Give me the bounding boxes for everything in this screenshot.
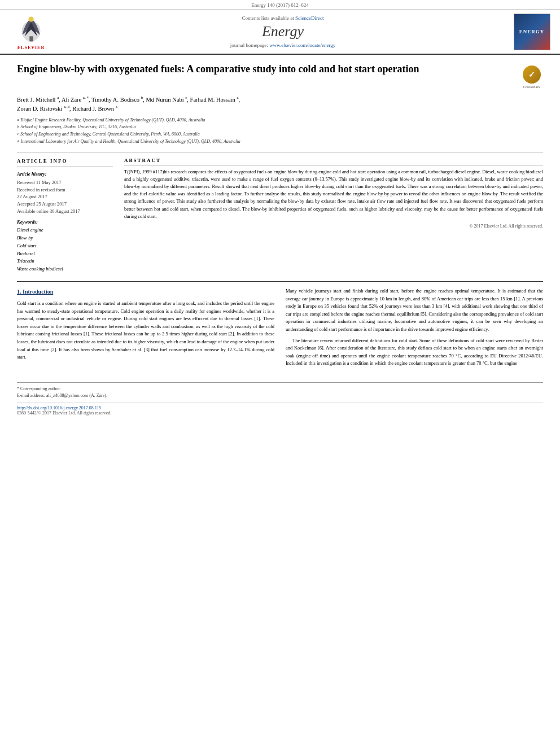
keyword-4: Biodiesel xyxy=(17,250,113,257)
copyright-line: © 2017 Elsevier Ltd. All rights reserved… xyxy=(124,224,543,229)
intro-para-2: Many vehicle journeys start and finish d… xyxy=(286,287,543,334)
intro-para-1: Cold start is a condition where an engin… xyxy=(17,300,274,361)
citation-bar: Energy 140 (2017) 612–624 xyxy=(0,0,560,10)
article-info-col: ARTICLE INFO Article history: Received 1… xyxy=(17,158,113,273)
journal-name: Energy xyxy=(262,23,304,40)
body-two-col: 1. Introduction Cold start is a conditio… xyxy=(17,287,543,371)
intro-para-3: The literature review returned different… xyxy=(286,337,543,368)
keyword-6: Waste cooking biodiesel xyxy=(17,265,113,273)
article-title-section: Engine blow-by with oxygenated fuels: A … xyxy=(17,63,543,89)
contents-line: Contents lists available at ScienceDirec… xyxy=(242,15,324,21)
keyword-5: Triacetin xyxy=(17,257,113,265)
journal-center: Contents lists available at ScienceDirec… xyxy=(62,13,504,50)
intro-heading: 1. Introduction xyxy=(17,287,274,296)
keywords-title: Keywords: xyxy=(17,219,113,226)
footnotes: * Corresponding author. E-mail address: … xyxy=(17,382,543,399)
body-col-right: Many vehicle journeys start and finish d… xyxy=(286,287,543,371)
elsevier-text: ELSEVIER xyxy=(18,45,45,50)
keyword-3: Cold start xyxy=(17,242,113,250)
homepage-link[interactable]: www.elsevier.com/locate/energy xyxy=(269,42,335,48)
corresponding-note: * Corresponding author. xyxy=(17,386,543,392)
available-date: Available online 30 August 2017 xyxy=(17,208,113,215)
abstract-col: ABSTRACT T((NPI), 1999 #117)his research… xyxy=(124,158,543,273)
body-col-left: 1. Introduction Cold start is a conditio… xyxy=(17,287,274,371)
journal-header: ELSEVIER Contents lists available at Sci… xyxy=(0,10,560,55)
article-info-heading: ARTICLE INFO xyxy=(17,158,113,168)
aff-b: bSchool of Engineering, Deakin Universit… xyxy=(17,124,543,131)
main-content: Engine blow-by with oxygenated fuels: A … xyxy=(0,55,560,377)
body-divider xyxy=(17,281,543,282)
revised-date: Received in revised form22 August 2017 xyxy=(17,186,113,201)
abstract-text: T((NPI), 1999 #117)his research compares… xyxy=(124,168,543,220)
authors-line: Brett J. Mitchell a, Ali Zare a, *, Timo… xyxy=(17,95,543,113)
abstract-heading: ABSTRACT xyxy=(124,158,543,165)
issn-text: 0360-5442/© 2017 Elsevier Ltd. All right… xyxy=(17,410,111,416)
journal-logo-right: ENERGY xyxy=(509,13,554,50)
aff-c: cSchool of Engineering and Technology, C… xyxy=(17,131,543,138)
page-footer: http://dx.doi.org/10.1016/j.energy.2017.… xyxy=(17,403,543,416)
keyword-2: Blow-by xyxy=(17,234,113,242)
aff-d: dInternational Laboratory for Air Qualit… xyxy=(17,138,543,146)
energy-icon: ENERGY xyxy=(514,14,550,50)
received-date: Received 11 May 2017 xyxy=(17,179,113,186)
crossmark[interactable]: ✓ CrossMark xyxy=(520,65,543,89)
article-title-text: Engine blow-by with oxygenated fuels: A … xyxy=(17,63,515,80)
accepted-date: Accepted 25 August 2017 xyxy=(17,200,113,208)
citation-text: Energy 140 (2017) 612–624 xyxy=(251,2,309,8)
affiliations: aBiofuel Engine Research Facility, Queen… xyxy=(17,117,543,146)
svg-point-2 xyxy=(28,16,33,21)
article-title: Engine blow-by with oxygenated fuels: A … xyxy=(17,63,515,76)
elsevier-logo: ELSEVIER xyxy=(6,13,56,50)
section-divider xyxy=(17,152,543,153)
keyword-1: Diesel engine xyxy=(17,226,113,234)
tree-icon xyxy=(16,13,47,44)
sciencedirect-link[interactable]: ScienceDirect xyxy=(295,15,323,21)
keywords-list: Diesel engine Blow-by Cold start Biodies… xyxy=(17,226,113,273)
crossmark-icon[interactable]: ✓ xyxy=(523,65,541,84)
crossmark-text: CrossMark xyxy=(523,85,540,89)
homepage-line: journal homepage: www.elsevier.com/locat… xyxy=(230,42,336,48)
aff-a: aBiofuel Engine Research Facility, Queen… xyxy=(17,117,543,124)
email-note: E-mail address: ali_z4688@yahoo.com (A. … xyxy=(17,392,543,399)
doi-link[interactable]: http://dx.doi.org/10.1016/j.energy.2017.… xyxy=(17,405,101,410)
history-title: Article history: xyxy=(17,171,113,178)
info-abstract-section: ARTICLE INFO Article history: Received 1… xyxy=(17,158,543,273)
